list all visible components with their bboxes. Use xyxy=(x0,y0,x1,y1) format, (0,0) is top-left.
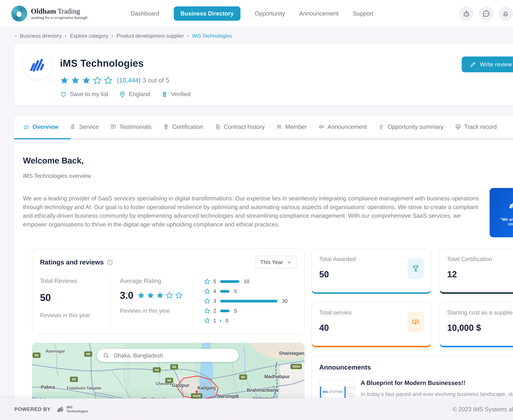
announcement-title[interactable]: A Blueprint for Modern Businesses!! xyxy=(361,380,465,386)
oldham-trading-logo[interactable]: Oldham Trading working for a co-operativ… xyxy=(11,6,87,22)
document-icon xyxy=(214,124,221,130)
save-to-list-button[interactable]: Save to my list xyxy=(60,91,108,98)
welcome-title: Welcome Back, xyxy=(23,156,513,166)
header-actions: Md. Tashin xyxy=(459,5,513,22)
stat-total-services: Total servies 40 xyxy=(311,302,431,347)
company-logo xyxy=(23,51,52,80)
company-header-card: iMS Technologies (10,444) 3 out of 5 Sav… xyxy=(14,43,513,106)
bullet: • xyxy=(187,33,189,38)
nav-dashboard[interactable]: Dashboard xyxy=(131,6,159,21)
average-rating-value: 3.0 xyxy=(120,290,133,301)
bell-icon[interactable] xyxy=(498,6,513,21)
thumb-brand: iMS SYSTEMS xyxy=(322,390,343,394)
star-outline-icon xyxy=(93,76,102,85)
tab-overview[interactable]: Overview xyxy=(23,123,58,130)
star-filled-icon xyxy=(82,76,91,85)
tab-track-record[interactable]: Track record xyxy=(455,123,497,130)
map-search-text: Dhaka, Bangladesh xyxy=(114,352,163,359)
rating-text: 3 out of 5 xyxy=(143,77,169,84)
page-footer: POWERED BY iMSTechnologies © 2023 iMS Sy… xyxy=(0,398,513,420)
presentation-icon xyxy=(455,124,461,130)
verified-ribbon-icon xyxy=(161,91,168,98)
brand-name: Oldham Trading xyxy=(31,7,80,15)
company-description: We are a leading provider of SaaS servic… xyxy=(23,194,480,229)
service-icon xyxy=(70,124,76,130)
main-nav: Dashboard Business Directory Opportunity… xyxy=(131,6,373,21)
distribution-row: 5 10 xyxy=(204,278,288,285)
tab-bar: Overview Service Testimonials Certificat… xyxy=(14,115,513,139)
nav-opportunity[interactable]: Opportunity xyxy=(255,6,285,21)
ratings-reviews-card: Ratings and reviews This Year Total Revi… xyxy=(32,249,305,335)
pencil-icon xyxy=(470,61,476,68)
thumb-caption: Blueprint for modern businesses xyxy=(347,387,354,397)
tab-contract-history[interactable]: Contract history xyxy=(214,123,265,130)
brand-tagline: working for a co-operative borough xyxy=(31,15,87,20)
star-filled-icon xyxy=(60,76,69,85)
breadcrumb-current-page: iMS Technologies xyxy=(192,33,232,39)
footer-ims-logo: iMSTechnologies xyxy=(57,405,88,413)
breadcrumb: •Business directory •Explore category •P… xyxy=(0,27,513,43)
map-search-bar[interactable]: Dhaka, Bangladesh xyxy=(97,349,238,362)
company-name: iMS Technologies xyxy=(60,58,191,69)
star-outline-icon xyxy=(204,308,210,314)
company-promo-banner: iMSTechnologies “We are the change maker… xyxy=(490,188,513,237)
star-outline-icon xyxy=(204,278,210,285)
verified-badge: Verified xyxy=(161,91,191,98)
rating-bar xyxy=(220,290,230,293)
oldham-swirl-icon xyxy=(11,6,27,22)
tab-opportunity-summary[interactable]: Opportunity summary xyxy=(378,123,444,130)
breadcrumb-business-directory[interactable]: Business directory xyxy=(20,33,61,39)
ims-mark-icon xyxy=(508,201,513,210)
medal-icon xyxy=(163,124,169,130)
testimonial-icon xyxy=(110,124,116,130)
ims-mark-icon xyxy=(57,405,64,413)
gauge-icon xyxy=(23,124,29,130)
stat-total-certification: Total Certification 12 xyxy=(439,249,513,294)
tab-service[interactable]: Service xyxy=(70,123,99,130)
trophy-icon xyxy=(407,258,424,279)
page: Oldham Trading working for a co-operativ… xyxy=(0,0,513,420)
star-outline-icon xyxy=(204,298,210,304)
bullet: • xyxy=(65,33,67,38)
tab-certification[interactable]: Certification xyxy=(163,123,203,130)
nav-announcement[interactable]: Announcement xyxy=(299,6,339,21)
people-icon xyxy=(276,124,282,130)
rating-bar xyxy=(220,320,221,322)
breadcrumb-product-development-supplier[interactable]: Product development supplier xyxy=(116,33,184,39)
info-icon[interactable] xyxy=(107,259,113,265)
tab-underline xyxy=(14,138,513,139)
overview-subtitle: iMS Technologies overview xyxy=(23,173,513,179)
powered-by-label: POWERED BY xyxy=(14,406,51,412)
nav-support[interactable]: Support xyxy=(353,6,373,21)
rating-distribution: 5 10 4 5 xyxy=(194,278,297,327)
tab-announcement[interactable]: Announcement xyxy=(318,123,367,130)
stat-value: 12 xyxy=(447,270,513,280)
star-outline-icon xyxy=(204,288,210,295)
ratings-title: Ratings and reviews xyxy=(40,258,104,266)
write-review-button[interactable]: Write review xyxy=(462,57,513,72)
star-outline-icon xyxy=(166,292,173,300)
tab-testimonials[interactable]: Testimonials xyxy=(110,123,152,130)
rating-count-link[interactable]: (10,444) xyxy=(117,77,141,84)
stat-starting-cost: Starting cost as a supplier 10,000 $ xyxy=(439,302,513,347)
rating-bar xyxy=(220,310,230,312)
bot-icon[interactable] xyxy=(459,6,474,21)
chevron-down-icon xyxy=(287,260,292,265)
speaker-icon xyxy=(318,124,324,130)
company-rating: (10,444) 3 out of 5 xyxy=(60,76,191,85)
breadcrumb-explore-category[interactable]: Explore category xyxy=(70,33,108,39)
handshake-icon xyxy=(407,312,424,333)
search-icon xyxy=(103,352,109,359)
star-outline-icon xyxy=(175,292,183,300)
stat-total-awarded: Total Awarded 50 xyxy=(311,249,431,294)
distribution-row: 1 0 xyxy=(204,318,288,324)
star-outline-icon xyxy=(104,76,113,85)
distribution-row: 3 30 xyxy=(204,298,288,304)
nav-business-directory[interactable]: Business Directory xyxy=(174,6,240,21)
map-pin-icon xyxy=(119,91,126,98)
chat-icon[interactable] xyxy=(479,6,493,21)
stat-value: 10,000 $ xyxy=(447,323,513,333)
tab-member[interactable]: Member xyxy=(276,123,307,130)
year-filter-dropdown[interactable]: This Year xyxy=(255,256,297,269)
star-filled-icon xyxy=(156,292,164,300)
